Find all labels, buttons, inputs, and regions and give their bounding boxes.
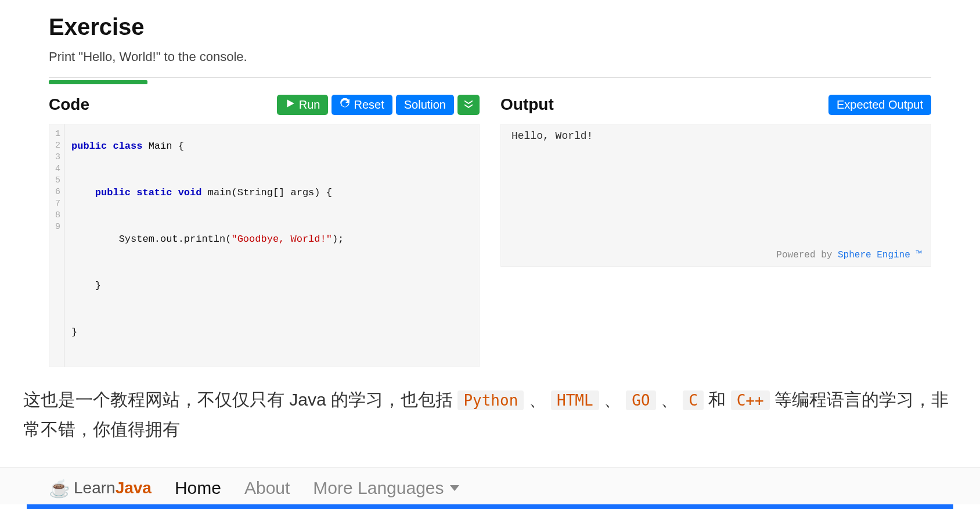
- line-number: 6: [55, 187, 60, 199]
- java-cup-icon: ☕: [49, 478, 70, 499]
- output-text: Hello, World!: [511, 130, 593, 142]
- chip-go: GO: [626, 390, 655, 410]
- line-number: 4: [55, 164, 60, 175]
- solution-label: Solution: [404, 98, 446, 112]
- nav-link-home[interactable]: Home: [175, 478, 221, 498]
- chip-html: HTML: [551, 390, 599, 410]
- line-number: 5: [55, 175, 60, 187]
- sphere-engine-link[interactable]: Sphere Engine ™: [838, 250, 921, 260]
- run-button[interactable]: Run: [277, 95, 329, 115]
- divider: [49, 77, 931, 78]
- reset-label: Reset: [354, 98, 384, 112]
- reset-button[interactable]: Reset: [332, 95, 392, 115]
- expected-output-label: Expected Output: [837, 98, 923, 112]
- chip-cpp: C++: [731, 390, 770, 410]
- line-number: 7: [55, 199, 60, 210]
- line-number: 2: [55, 141, 60, 152]
- run-label: Run: [299, 98, 320, 112]
- logo[interactable]: ☕ LearnJava: [49, 478, 152, 499]
- code-title: Code: [49, 95, 273, 114]
- output-box: Hello, World! Powered by Sphere Engine ™: [500, 124, 931, 267]
- line-number: 8: [55, 210, 60, 222]
- powered-by: Powered by Sphere Engine ™: [776, 250, 921, 260]
- code-area[interactable]: public class Main { public static void m…: [64, 124, 351, 367]
- exercise-heading: Exercise: [49, 14, 931, 40]
- refresh-icon: [340, 98, 350, 112]
- chip-c: C: [683, 390, 704, 410]
- site-nav: ☕ LearnJava HomeAboutMore Languages: [0, 467, 980, 504]
- solution-button[interactable]: Solution: [396, 95, 454, 115]
- nav-link-about[interactable]: About: [244, 478, 290, 498]
- line-number: 1: [55, 129, 60, 141]
- code-panel: Code Run Reset Solution: [49, 92, 480, 367]
- line-number: 9: [55, 222, 60, 234]
- expand-button[interactable]: [457, 95, 480, 115]
- nav-link-more-languages[interactable]: More Languages: [313, 478, 459, 498]
- output-panel: Output Expected Output Hello, World! Pow…: [500, 92, 931, 367]
- output-title: Output: [500, 95, 825, 114]
- line-gutter: 123456789: [49, 124, 64, 367]
- language-bar: PythonJavaHTMLGoCC++JavaScriptPHPShellC#…: [27, 504, 953, 509]
- code-editor[interactable]: 123456789 public class Main { public sta…: [49, 124, 480, 367]
- line-number: 3: [55, 152, 60, 164]
- play-icon: [285, 98, 296, 112]
- chevrons-down-icon: [463, 98, 474, 112]
- expected-output-button[interactable]: Expected Output: [828, 95, 931, 115]
- exercise-description: Print "Hello, World!" to the console.: [49, 49, 931, 64]
- progress-bar: [49, 80, 147, 84]
- chip-python: Python: [457, 390, 524, 410]
- article-paragraph: 这也是一个教程网站，不仅仅只有 Java 的学习，也包括 Python 、 HT…: [0, 367, 980, 467]
- chevron-down-icon: [450, 485, 459, 491]
